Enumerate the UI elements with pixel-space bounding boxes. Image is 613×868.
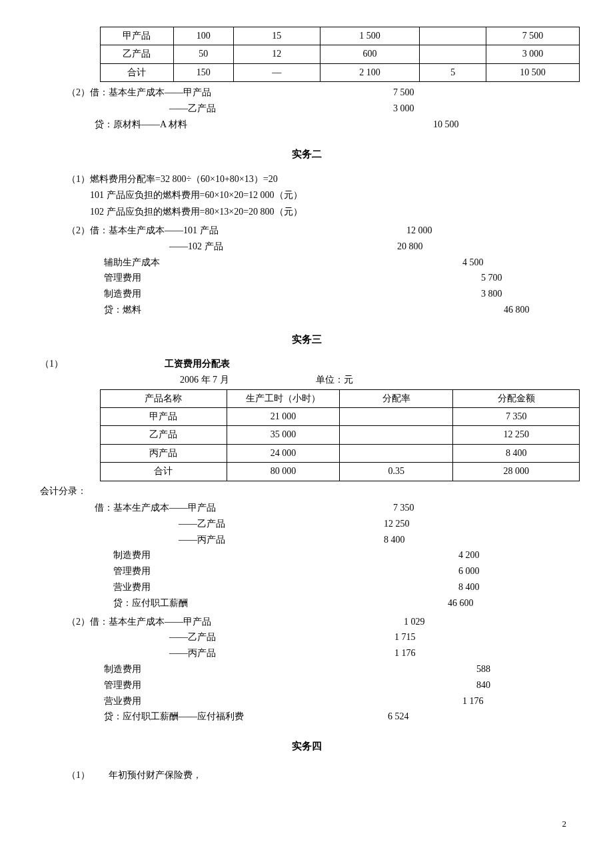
table-cell: 丙产品	[101, 444, 227, 462]
formula-line: 101 产品应负担的燃料费用=60×10×20=12 000（元）	[90, 187, 573, 204]
entry-value: 20 800	[306, 239, 423, 255]
table-cell: 甲产品	[101, 27, 174, 45]
entry-value: 1 176	[306, 693, 484, 709]
entry-value: 1 715	[306, 629, 416, 645]
entry-label: （2）借：基本生产成本——甲产品	[67, 614, 306, 630]
entry-label: ——102 产品	[67, 239, 306, 255]
table-cell: —	[233, 63, 320, 81]
entry-line: ——乙产品12 250	[67, 516, 573, 532]
table-cell: 15	[233, 27, 320, 45]
table-3-date: 2006 年 7 月	[180, 373, 229, 387]
entry-value: 8 400	[306, 532, 405, 548]
section-2-title: 实务二	[40, 146, 573, 162]
entry-value: 12 000	[306, 223, 432, 239]
entry-value: 12 250	[306, 516, 410, 532]
entry-label: ——乙产品	[67, 101, 306, 117]
table-row: 合计80 0000.3528 000	[101, 463, 580, 481]
entry-line: ——丙产品1 176	[67, 645, 573, 661]
table-cell	[340, 426, 453, 444]
table-cell: 600	[320, 45, 420, 63]
entry-line: 管理费用840	[67, 677, 573, 693]
table-cell: 2 100	[320, 63, 420, 81]
section-4-line: （1） 年初预付财产保险费，	[67, 767, 573, 784]
entry-value: 7 500	[306, 85, 414, 101]
table-cell: 50	[173, 45, 233, 63]
table-row: 丙产品24 0008 400	[101, 444, 580, 462]
table-row: 甲产品21 0007 350	[101, 408, 580, 426]
table-header-cell: 产品名称	[101, 389, 227, 407]
table-cell: 8 400	[453, 444, 580, 462]
table-row: 合计150—2 100510 500	[101, 63, 580, 81]
entry-label: 营业费用	[67, 693, 306, 709]
entry-label: ——丙产品	[67, 645, 306, 661]
formula-line: （1）燃料费用分配率=32 800÷（60×10+80×13）=20	[67, 171, 573, 188]
table-cell: 0.35	[340, 463, 453, 481]
journal-entry-1: （2）借：基本生产成本——甲产品7 500 ——乙产品3 000 贷：原材料——…	[67, 85, 573, 132]
journal-entry-3b: （2）借：基本生产成本——甲产品1 029 ——乙产品1 715 ——丙产品1 …	[67, 614, 573, 725]
table-header-cell: 分配率	[340, 389, 453, 407]
entry-line: （2）借：基本生产成本——甲产品7 500	[67, 85, 573, 101]
table-wage-allocation: 产品名称生产工时（小时）分配率分配金额甲产品21 0007 350乙产品35 0…	[100, 389, 580, 481]
entry-value: 4 500	[306, 255, 484, 271]
table-cell	[420, 27, 486, 45]
table-cell: 24 000	[227, 444, 340, 462]
entry-value: 8 400	[306, 579, 480, 595]
entry-label: ——丙产品	[67, 532, 306, 548]
entry-label: ——乙产品	[67, 516, 306, 532]
table-cell	[340, 408, 453, 426]
entry-line: ——乙产品1 715	[67, 629, 573, 645]
table-cell: 80 000	[227, 463, 340, 481]
journal-entry-2: （2）借：基本生产成本——101 产品12 000 ——102 产品20 800…	[67, 223, 573, 318]
entry-label: 制造费用	[67, 661, 306, 677]
entry-value: 46 800	[306, 302, 530, 318]
table-row: 乙产品35 00012 250	[101, 426, 580, 444]
entry-value: 588	[306, 661, 490, 677]
entry-line: 借：基本生产成本——甲产品7 350	[67, 500, 573, 516]
table-cell: 12	[233, 45, 320, 63]
formula-line: 102 产品应负担的燃料费用=80×13×20=20 800（元）	[90, 204, 573, 221]
table-cell: 甲产品	[101, 408, 227, 426]
entry-value: 1 029	[306, 614, 425, 630]
entry-label: 管理费用	[67, 563, 306, 579]
entry-label: 贷：应付职工薪酬——应付福利费	[67, 709, 306, 725]
entry-line: 贷：应付职工薪酬——应付福利费6 524	[67, 709, 573, 725]
table-cell: 合计	[101, 463, 227, 481]
section-4-title: 实务四	[40, 738, 573, 754]
entry-label: 贷：应付职工薪酬	[67, 595, 306, 611]
entry-label: 制造费用	[67, 547, 306, 563]
entry-line: ——丙产品8 400	[67, 532, 573, 548]
entry-line: 制造费用588	[67, 661, 573, 677]
table-cell: 28 000	[453, 463, 580, 481]
table-cell: 10 500	[486, 63, 580, 81]
table-cell	[420, 45, 486, 63]
table-cell: 7 500	[486, 27, 580, 45]
entry-label: 管理费用	[67, 270, 306, 286]
table-header-cell: 生产工时（小时）	[227, 389, 340, 407]
entry-label: 管理费用	[67, 677, 306, 693]
entry-label: 营业费用	[67, 579, 306, 595]
entry-label: 借：基本生产成本——甲产品	[67, 500, 306, 516]
entry-label: 制造费用	[67, 286, 306, 302]
entry-line: ——乙产品3 000	[67, 101, 573, 117]
entry-line: 制造费用3 800	[67, 286, 573, 302]
table-cell: 乙产品	[101, 426, 227, 444]
table-row: 乙产品50126003 000	[101, 45, 580, 63]
entry-line: ——102 产品20 800	[67, 239, 573, 255]
table-header-cell: 分配金额	[453, 389, 580, 407]
page-number: 2	[40, 817, 566, 831]
section-3-subtitle: 会计分录：	[40, 484, 573, 499]
table-cell: 5	[420, 63, 486, 81]
table-cell: 100	[173, 27, 233, 45]
table-cell	[340, 444, 453, 462]
entry-value: 6 524	[306, 709, 409, 725]
entry-label: （2）借：基本生产成本——101 产品	[67, 223, 306, 239]
table-cell: 150	[173, 63, 233, 81]
entry-value: 4 200	[306, 547, 480, 563]
entry-line: 营业费用1 176	[67, 693, 573, 709]
table-row: 甲产品100151 5007 500	[101, 27, 580, 45]
entry-line: 营业费用8 400	[67, 579, 573, 595]
entry-label: 辅助生产成本	[67, 255, 306, 271]
table-cell: 合计	[101, 63, 174, 81]
entry-value: 10 500	[306, 117, 459, 133]
entry-line: （2）借：基本生产成本——甲产品1 029	[67, 614, 573, 630]
